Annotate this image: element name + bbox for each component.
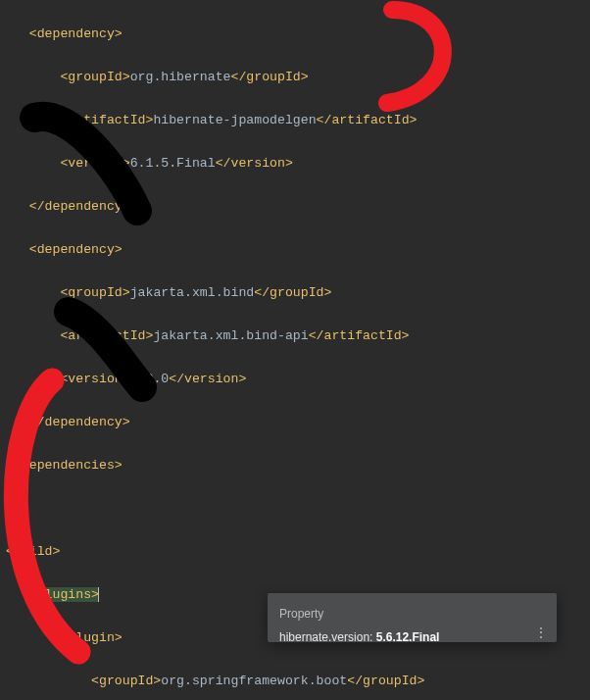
code-line: <artifactId>jakarta.xml.bind-api</artifa… bbox=[6, 325, 590, 347]
code-line: <groupId>jakarta.xml.bind</groupId> bbox=[6, 282, 590, 304]
code-line: <dependency> bbox=[6, 24, 590, 45]
code-line bbox=[6, 498, 590, 520]
code-line: <artifactId>hibernate-jpamodelgen</artif… bbox=[6, 110, 590, 131]
code-line: </dependency> bbox=[6, 196, 590, 218]
property-tooltip: Property hibernate.version: 5.6.12.Final… bbox=[268, 593, 557, 642]
tooltip-value: hibernate.version: 5.6.12.Final bbox=[279, 626, 545, 648]
code-line: <groupId>org.hibernate</groupId> bbox=[6, 67, 590, 88]
code-line: <version>4.0.0</version> bbox=[6, 369, 590, 390]
code-line: <dependency> bbox=[6, 239, 590, 261]
code-line: <build> bbox=[6, 541, 590, 563]
more-icon[interactable]: ⋮ bbox=[534, 628, 549, 636]
code-line: </dependency> bbox=[6, 412, 590, 433]
code-line: </dependencies> bbox=[6, 455, 590, 476]
code-line: <groupId>org.springframework.boot</group… bbox=[6, 671, 590, 692]
code-line: <version>6.1.5.Final</version> bbox=[6, 153, 590, 175]
tooltip-title: Property bbox=[279, 603, 545, 625]
